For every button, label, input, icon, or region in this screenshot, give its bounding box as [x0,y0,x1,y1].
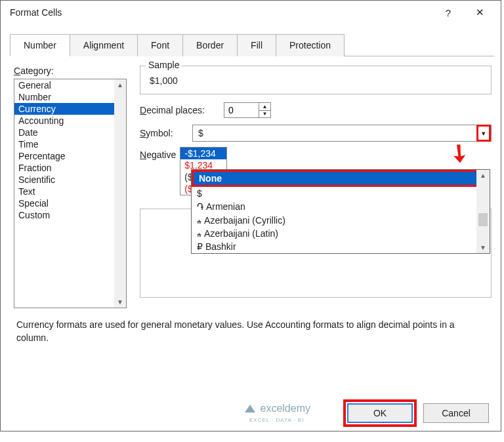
category-item[interactable]: Fraction [14,162,126,174]
category-item[interactable]: Scientific [14,174,126,186]
negative-item[interactable]: -$1,234 [180,148,226,159]
category-item[interactable]: Text [14,186,126,197]
description-text: Currency formats are used for general mo… [16,319,489,344]
scroll-down-icon[interactable]: ▼ [480,242,486,253]
scroll-thumb[interactable] [478,213,488,226]
tab-font[interactable]: Font [137,34,183,56]
sample-value: $1,000 [150,73,482,86]
scroll-up-icon[interactable]: ▲ [117,79,123,90]
symbol-option[interactable]: ₼ Azerbaijani (Latin) [192,227,490,240]
category-item[interactable]: Currency [14,103,126,115]
tab-border[interactable]: Border [182,34,238,56]
symbol-option[interactable]: None [192,170,490,187]
symbol-row: Symbol: $ ▾ [140,125,492,142]
tab-number[interactable]: Number [10,34,70,56]
ok-button[interactable]: OK [347,403,413,423]
sample-legend: Sample [146,60,182,70]
decimal-row: Decimal places: ▲ ▼ [140,102,492,118]
cancel-button[interactable]: Cancel [423,403,489,423]
tab-fill[interactable]: Fill [237,34,276,56]
symbol-option[interactable]: ₼ Azerbaijani (Cyrillic) [192,214,490,227]
symbol-option[interactable]: ₽ Bashkir [192,240,490,253]
symbol-label: Symbol: [140,128,186,138]
decimal-spinner[interactable]: ▲ ▼ [224,102,271,118]
category-listbox[interactable]: General Number Currency Accounting Date … [14,79,127,308]
scroll-up-icon[interactable]: ▲ [480,170,486,181]
symbol-value: $ [198,128,203,138]
negative-label: Negative [140,147,176,160]
symbol-option[interactable]: $ [192,187,490,200]
symbol-select[interactable]: $ ▾ [192,125,492,142]
dialog-body: Category: General Number Currency Accoun… [1,56,501,350]
spin-up-icon[interactable]: ▲ [259,103,270,111]
footer: exceldemy EXCEL · DATA · BI OK Cancel [243,403,489,423]
chevron-down-icon[interactable]: ▾ [476,125,491,142]
category-item[interactable]: Time [14,138,126,150]
logo-text: exceldemy [261,403,310,414]
category-item[interactable]: General [14,79,126,91]
logo-subtext: EXCEL · DATA · BI [249,418,304,423]
scroll-down-icon[interactable]: ▼ [117,296,123,308]
category-label: Category: [14,66,127,76]
decimal-input[interactable] [224,104,259,117]
symbol-option[interactable]: ֏ Armenian [192,200,490,214]
watermark-logo: exceldemy EXCEL · DATA · BI [243,403,310,423]
spin-down-icon[interactable]: ▼ [259,111,270,118]
tab-alignment[interactable]: Alignment [70,34,138,56]
category-scrollbar[interactable]: ▲ ▼ [114,79,126,308]
category-item[interactable]: Custom [14,209,126,221]
category-item[interactable]: Accounting [14,115,126,127]
tab-bar: Number Alignment Font Border Fill Protec… [10,33,494,56]
sample-box: Sample $1,000 [140,66,492,94]
category-item[interactable]: Special [14,197,126,209]
category-column: Category: General Number Currency Accoun… [14,66,127,308]
decimal-label: Decimal places: [140,105,217,115]
dropdown-scrollbar[interactable]: ▲ ▼ [476,170,490,253]
close-button[interactable]: ✕ [464,1,495,24]
category-item[interactable]: Number [14,91,126,103]
category-item[interactable]: Date [14,127,126,138]
titlebar: Format Cells ? ✕ [1,1,501,24]
svg-marker-0 [245,405,255,412]
format-cells-dialog: Format Cells ? ✕ Number Alignment Font B… [0,0,501,432]
logo-icon [243,403,257,414]
symbol-dropdown-panel[interactable]: None $ ֏ Armenian ₼ Azerbaijani (Cyrilli… [191,169,490,254]
category-item[interactable]: Percentage [14,150,126,162]
help-button[interactable]: ? [432,1,464,24]
tab-protection[interactable]: Protection [276,34,345,56]
dialog-title: Format Cells [10,7,432,18]
